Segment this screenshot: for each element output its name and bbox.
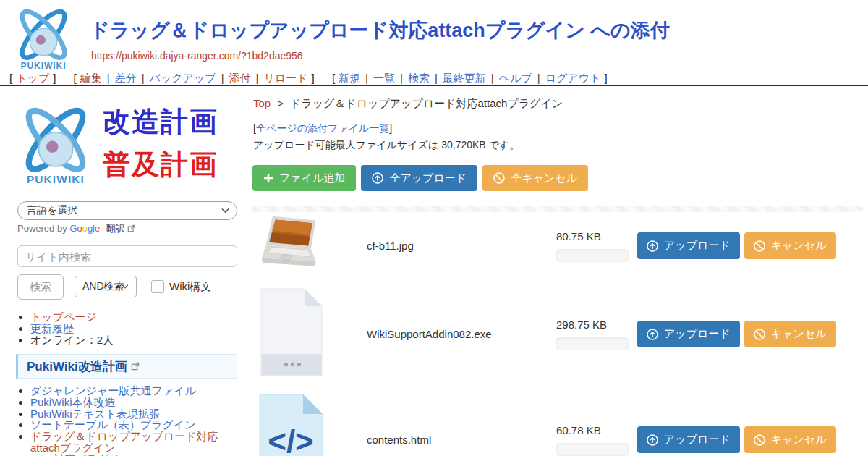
sidebar-link-seo[interactable]: SEO対応プラグイン xyxy=(30,453,130,456)
list-item: ダジャレンジャー版共通ファイル xyxy=(30,385,244,397)
nav-link-new[interactable]: 新規 xyxy=(339,72,360,84)
search-mode-select[interactable]: AND検索 xyxy=(75,276,137,297)
wiki-syntax-label: Wiki構文 xyxy=(169,280,211,294)
plus-icon xyxy=(263,173,273,183)
file-name: cf-b11.jpg xyxy=(367,240,556,252)
nav-link-attach[interactable]: 添付 xyxy=(229,72,251,84)
file-actions: アップロード キャンセル xyxy=(637,232,863,259)
upload-button[interactable]: アップロード xyxy=(637,321,740,347)
cancel-button[interactable]: キャンセル xyxy=(744,426,836,453)
file-thumbnail-cell xyxy=(252,214,367,278)
list-item: PukiWikiテキスト表現拡張 xyxy=(30,408,244,420)
file-size-cell: 60.78 KB xyxy=(556,424,637,456)
list-item: ソートテーブル（表）プラグイン xyxy=(30,419,244,431)
all-attachments-link[interactable]: 全ページの添付ファイル一覧 xyxy=(256,122,389,134)
sidebar-link-core-mod[interactable]: PukiWiki本体改造 xyxy=(30,396,116,408)
file-size-cell: 298.75 KB xyxy=(556,318,637,350)
sidebar-link-common-files[interactable]: ダジャレンジャー版共通ファイル xyxy=(30,384,196,397)
list-item: ドラッグ＆ドロップアップロード対応attachプラグイン xyxy=(30,431,244,454)
max-filesize-note: アップロード可能最大ファイルサイズは 30,720KB です。 xyxy=(253,139,519,152)
ban-circle-icon xyxy=(754,434,765,446)
sidebar-link-sorttable[interactable]: ソートテーブル（表）プラグイン xyxy=(30,418,196,431)
list-item: トップページ xyxy=(30,311,244,323)
upload-circle-icon xyxy=(647,434,658,446)
upload-button[interactable]: アップロード xyxy=(637,232,740,259)
ban-circle-icon xyxy=(493,172,505,184)
table-row: cf-b11.jpg 80.75 KB アップロード キャンセル xyxy=(252,213,863,279)
cancel-all-button[interactable]: 全キャンセル xyxy=(482,165,588,191)
external-link-icon xyxy=(131,362,140,371)
file-progress-bar xyxy=(556,249,629,262)
file-actions: アップロード キャンセル xyxy=(637,426,863,453)
upload-button[interactable]: アップロード xyxy=(637,426,740,453)
cancel-button[interactable]: キャンセル xyxy=(744,232,836,259)
banner-fukyu-text: 普及計画 xyxy=(103,146,218,183)
search-button[interactable]: 検索 xyxy=(17,274,64,300)
file-size: 80.75 KB xyxy=(556,230,637,242)
list-item: PukiWiki本体改造 xyxy=(30,397,244,408)
atom-logo-icon: PUKIWIKI xyxy=(13,101,98,186)
file-name: contents.html xyxy=(367,434,556,446)
add-files-button[interactable]: ファイル追加 xyxy=(252,165,356,191)
nav-link-list[interactable]: 一覧 xyxy=(373,72,395,84)
nav-link-recent[interactable]: 最終更新 xyxy=(443,72,486,84)
upload-all-button[interactable]: 全アップロード xyxy=(361,165,477,191)
translate-label: 翻訳 xyxy=(106,223,125,234)
nav-group-page-actions: [編集|差分|バックアップ|添付|リロード] xyxy=(70,72,321,84)
pukiwiki-logo[interactable]: PUKIWIKI xyxy=(7,4,80,71)
upload-file-list: cf-b11.jpg 80.75 KB アップロード キャンセル xyxy=(252,213,863,456)
nav-link-diff[interactable]: 差分 xyxy=(115,72,137,84)
html-code-file-icon: </> xyxy=(257,393,326,456)
nav-link-help[interactable]: ヘルプ xyxy=(499,72,532,84)
external-link-icon xyxy=(127,224,135,232)
sidebar-banner[interactable]: PUKIWIKI 改造計画 普及計画 xyxy=(13,100,241,187)
file-progress-bar xyxy=(556,337,629,350)
svg-text:PUKIWIKI: PUKIWIKI xyxy=(20,61,66,71)
file-thumbnail-cell: </> xyxy=(252,393,367,456)
list-item: 更新履歴 xyxy=(30,323,244,334)
file-size-cell: 80.75 KB xyxy=(556,230,637,262)
breadcrumb-current: ドラッグ＆ドロップアップロード対応attachプラグイン xyxy=(290,97,563,109)
wiki-syntax-checkbox[interactable] xyxy=(151,280,164,293)
laptop-photo-thumbnail xyxy=(257,214,327,275)
attach-list-line: [全ページの添付ファイル一覧] xyxy=(253,122,392,135)
sidebar-link-dnd-attach[interactable]: ドラッグ＆ドロップアップロード対応attachプラグイン xyxy=(30,430,218,454)
page-url-link[interactable]: https://pukiwiki.dajya-ranger.com/?1bd2d… xyxy=(91,50,303,62)
file-size: 60.78 KB xyxy=(556,424,637,436)
generic-file-icon xyxy=(257,287,326,378)
svg-text:PUKIWIKI: PUKIWIKI xyxy=(27,173,85,185)
file-progress-bar xyxy=(556,443,629,456)
breadcrumb: Top>ドラッグ＆ドロップアップロード対応attachプラグイン xyxy=(253,97,563,111)
overall-progress-bar xyxy=(252,206,863,212)
nav-link-top[interactable]: トップ xyxy=(16,72,49,84)
site-search-input[interactable] xyxy=(17,245,237,267)
page-title: ドラッグ＆ドロップアップロード対応attachプラグイン への添付 xyxy=(90,17,670,43)
language-select[interactable]: 言語を選択 xyxy=(17,201,237,220)
google-logo: Google xyxy=(69,223,103,234)
nav-group-site-actions: [新規|一覧|検索|最終更新|ヘルプ|ログアウト] xyxy=(328,72,611,84)
search-controls: 検索 AND検索 Wiki構文 xyxy=(17,274,211,300)
sidebar-link-history[interactable]: 更新履歴 xyxy=(30,322,74,334)
sidebar-link-text-ext[interactable]: PukiWikiテキスト表現拡張 xyxy=(30,408,160,420)
cancel-button[interactable]: キャンセル xyxy=(744,321,836,347)
sidebar-quick-links: トップページ 更新履歴 オンライン：2人 xyxy=(30,311,244,345)
nav-link-backup[interactable]: バックアップ xyxy=(150,72,216,84)
ban-circle-icon xyxy=(754,329,765,340)
file-name: WikiSupportAddin082.exe xyxy=(367,328,556,340)
sidebar-section-heading[interactable]: PukiWiki改造計画 xyxy=(16,354,237,379)
atom-logo-icon: PUKIWIKI xyxy=(7,4,80,71)
table-row: </> contents.html 60.78 KB アップロード キャンセル xyxy=(252,389,863,456)
table-row: WikiSupportAddin082.exe 298.75 KB アップロード… xyxy=(252,279,863,389)
sidebar-link-toppage[interactable]: トップページ xyxy=(30,311,97,323)
sidebar-menu: ダジャレンジャー版共通ファイル PukiWiki本体改造 PukiWikiテキス… xyxy=(30,385,244,456)
breadcrumb-top-link[interactable]: Top xyxy=(253,97,271,109)
upload-circle-icon xyxy=(647,329,658,340)
nav-link-logout[interactable]: ログアウト xyxy=(545,72,601,84)
list-item: オンライン：2人 xyxy=(30,334,244,346)
google-translate-attribution[interactable]: Powered by Google 翻訳 xyxy=(17,222,135,235)
upload-circle-icon xyxy=(647,240,658,252)
nav-link-reload[interactable]: リロード xyxy=(263,72,307,84)
nav-link-edit[interactable]: 編集 xyxy=(80,72,102,84)
file-size: 298.75 KB xyxy=(556,318,637,331)
nav-link-search[interactable]: 検索 xyxy=(408,72,430,84)
